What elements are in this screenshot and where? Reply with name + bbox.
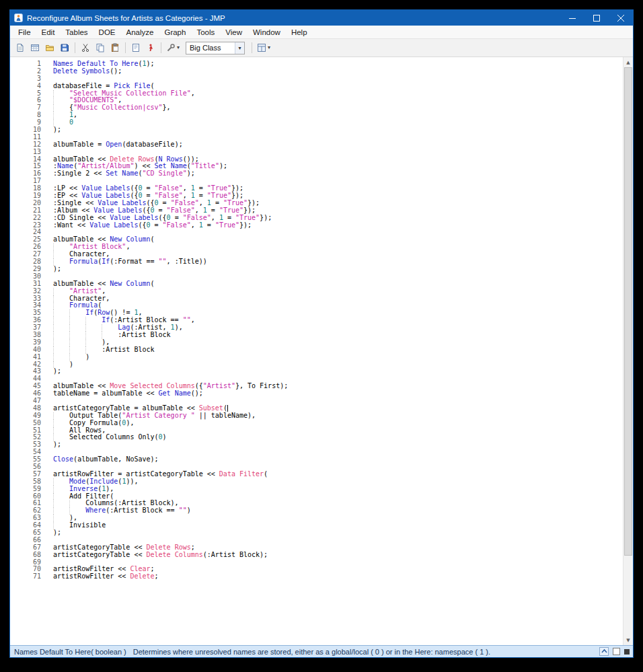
indent-guide [53,112,69,119]
menu-item-graph[interactable]: Graph [159,26,191,39]
indent-guide [53,486,69,493]
line-number: 31 [10,281,41,288]
close-button[interactable] [609,10,633,26]
code-text: ); [41,126,61,134]
code-line-42[interactable]: 42) [10,361,623,369]
menu-item-edit[interactable]: Edit [36,26,61,39]
vertical-scrollbar[interactable]: ▲ ▼ [623,57,633,645]
paste-button[interactable] [108,41,122,55]
menu-item-analyze[interactable]: Analyze [121,26,159,39]
code-area[interactable]: 1Names Default To Here(1);2Delete Symbol… [10,57,623,645]
data-table-combo[interactable]: Big Class ▾ [186,42,245,54]
code-line-16[interactable]: 16:Single 2 << Set Name("CD Single"); [10,170,623,178]
menu-item-file[interactable]: File [13,26,36,39]
line-number: 68 [10,552,41,559]
code-line-62[interactable]: 62Where(:Artist Block == "") [10,507,623,515]
indent-guide [53,97,69,104]
square-outline-icon[interactable] [613,648,620,655]
code-line-46[interactable]: 46tableName = albumTable << Get Name(); [10,390,623,398]
status-signature: Names Default To Here( boolean ) [14,648,126,656]
code-line-28[interactable]: 28Formula(If(:Format == "", :Title)) [10,258,623,266]
line-number: 40 [10,346,41,354]
maximize-button[interactable] [584,10,609,26]
code-line-7[interactable]: 7{"Music Collection|csv"}, [10,104,623,112]
tools-button[interactable]: ▾ [164,41,182,55]
indent-guide [53,412,69,420]
indent-guide [69,309,85,317]
code-line-40[interactable]: 40:Artist Block [10,346,623,354]
code-line-10[interactable]: 10); [10,126,623,134]
window-layout-button[interactable]: ▾ [255,41,272,55]
code-line-52[interactable]: 52Selected Columns Only(0) [10,434,623,441]
scroll-top-icon[interactable] [599,647,609,656]
code-line-33[interactable]: 33Character, [10,295,623,303]
indent-guide [53,493,69,500]
indent-guide [69,332,85,339]
scroll-down-button[interactable]: ▼ [623,635,633,645]
titlebar[interactable]: Reconfigure Album Sheets for Artists as … [10,10,633,26]
indent-guide [53,427,69,435]
new-script-button[interactable] [13,41,28,55]
menu-item-tables[interactable]: Tables [60,26,93,39]
line-number: 49 [10,412,41,420]
menu-item-window[interactable]: Window [248,26,286,39]
code-line-55[interactable]: 55Close(albumTable, NoSave); [10,456,623,463]
code-line-65[interactable]: 65); [10,529,623,537]
code-line-37[interactable]: 37Lag(:Artist, 1), [10,324,623,332]
scroll-track[interactable] [623,67,633,635]
code-line-23[interactable]: 23:Want << Value Labels({0 = "False", 1 … [10,222,623,229]
line-number: 13 [10,149,41,156]
menu-item-doe[interactable]: DOE [93,26,121,39]
code-line-71[interactable]: 71artistRowFilter << Delete; [10,573,623,581]
indent-guide [53,104,69,112]
square-filled-icon[interactable] [624,649,630,655]
new-data-table-button[interactable] [28,41,42,55]
code-line-64[interactable]: 64Invisible [10,522,623,529]
code-text: ), [41,339,110,346]
indent-guide [102,324,118,332]
menu-item-tools[interactable]: Tools [191,26,220,39]
indent-guide [53,507,69,515]
jmp-window: Reconfigure Album Sheets for Artists as … [9,9,634,658]
indent-guide [69,317,85,324]
indent-guide [69,339,85,346]
code-text: ); [41,441,61,449]
toolbar-separator [125,42,126,53]
run-script-button[interactable] [143,41,158,55]
chevron-down-icon[interactable]: ▾ [235,42,244,54]
line-number: 50 [10,420,41,427]
code-line-12[interactable]: 12albumTable = Open(databaseFile); [10,141,623,149]
code-text [41,149,53,156]
indent-guide [85,317,102,324]
code-text: Delete Symbols(); [41,68,122,75]
code-line-36[interactable]: 36If(:Artist Block == "", [10,317,623,324]
scroll-up-button[interactable]: ▲ [623,57,633,67]
code-line-29[interactable]: 29); [10,266,623,273]
code-line-8[interactable]: 81, [10,112,623,119]
code-line-53[interactable]: 53); [10,441,623,449]
code-line-9[interactable]: 90 [10,119,623,126]
save-button[interactable] [57,41,72,55]
indent-guide [53,346,69,354]
text-caret [227,405,228,412]
code-text: Invisible [41,522,106,529]
copy-button[interactable] [93,41,108,55]
indent-guide [85,332,102,339]
open-file-button[interactable] [42,41,57,55]
journal-button[interactable] [128,41,143,55]
code-line-68[interactable]: 68artistCategoryTable << Delete Columns(… [10,552,623,559]
menu-item-view[interactable]: View [220,26,248,39]
code-line-41[interactable]: 41) [10,354,623,361]
minimize-button[interactable] [560,10,584,26]
code-line-43[interactable]: 43); [10,368,623,375]
indent-guide [53,478,69,486]
indent-guide [53,339,69,346]
code-text: ) [41,354,89,361]
scroll-thumb[interactable] [624,67,632,556]
code-text [41,134,53,141]
cut-button[interactable] [78,41,93,55]
menu-item-help[interactable]: Help [286,26,313,39]
code-line-2[interactable]: 2Delete Symbols(); [10,68,623,75]
line-number: 41 [10,354,41,361]
code-text [41,229,53,236]
